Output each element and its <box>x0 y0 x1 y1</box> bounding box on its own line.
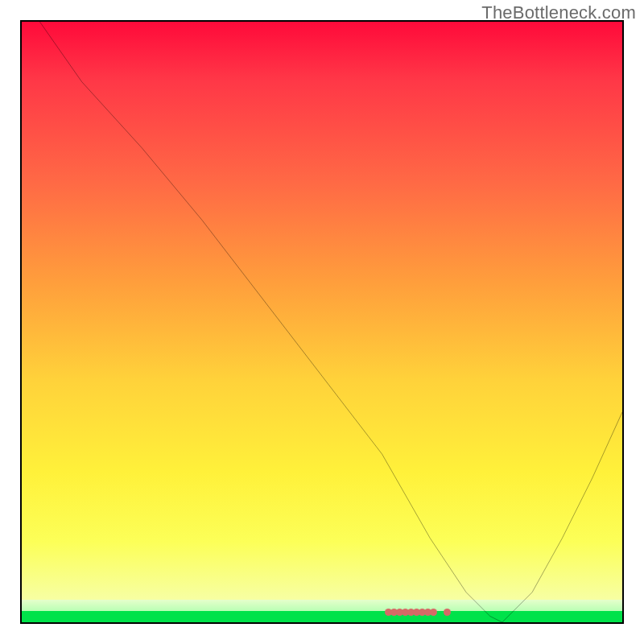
marker-dot <box>430 609 437 616</box>
chart-plot-area <box>20 20 624 624</box>
marker-cluster <box>385 609 449 617</box>
chart-curve <box>22 22 622 622</box>
